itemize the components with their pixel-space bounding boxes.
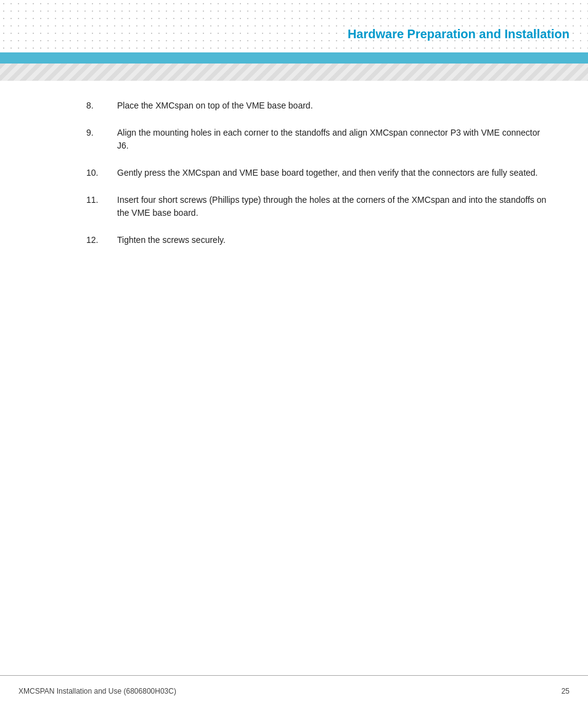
list-item-text: Gently press the XMCspan and VME base bo… [117, 166, 538, 180]
page-title-bar: Hardware Preparation and Installation [348, 27, 570, 41]
list-item-number: 8. [86, 99, 117, 113]
list-item: 12.Tighten the screws securely. [86, 234, 551, 247]
list-item-text: Insert four short screws (Phillips type)… [117, 194, 551, 220]
list-item-text: Align the mounting holes in each corner … [117, 126, 551, 153]
gray-stripe-band [0, 64, 588, 81]
list-item: 10.Gently press the XMCspan and VME base… [86, 166, 551, 180]
footer-page-number: 25 [561, 687, 570, 696]
list-item: 11.Insert four short screws (Phillips ty… [86, 194, 551, 220]
list-item: 8.Place the XMCspan on top of the VME ba… [86, 99, 551, 113]
list-item-number: 11. [86, 194, 117, 220]
footer-left-text: XMCSPAN Installation and Use (6806800H03… [18, 687, 176, 696]
list-item-number: 10. [86, 166, 117, 180]
list-item-text: Place the XMCspan on top of the VME base… [117, 99, 313, 113]
top-pattern-header: Hardware Preparation and Installation [0, 0, 588, 52]
page-title: Hardware Preparation and Installation [348, 27, 570, 41]
list-item: 9.Align the mounting holes in each corne… [86, 126, 551, 153]
list-item-number: 9. [86, 126, 117, 153]
footer: XMCSPAN Installation and Use (6806800H03… [0, 675, 588, 706]
content-area: 8.Place the XMCspan on top of the VME ba… [0, 81, 588, 636]
numbered-list: 8.Place the XMCspan on top of the VME ba… [86, 99, 551, 247]
list-item-text: Tighten the screws securely. [117, 234, 226, 247]
blue-band [0, 52, 588, 64]
list-item-number: 12. [86, 234, 117, 247]
